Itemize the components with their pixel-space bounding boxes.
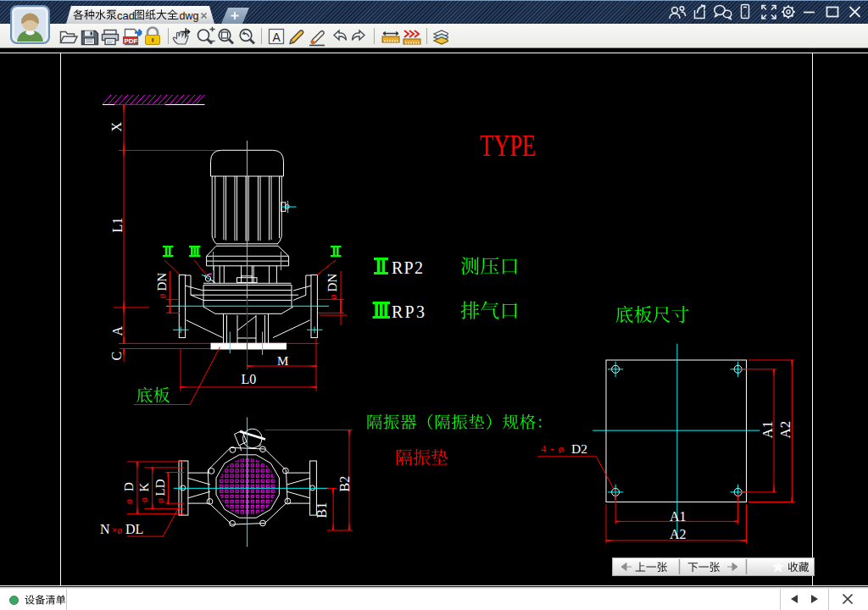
- svg-text:4-ø: 4-ø: [541, 442, 565, 455]
- svg-text:ø: ø: [154, 498, 166, 503]
- svg-text:TYPE: TYPE: [480, 129, 536, 163]
- svg-text:ø: ø: [327, 295, 339, 300]
- svg-text:DL: DL: [125, 522, 143, 536]
- svg-text:×ø: ×ø: [112, 524, 123, 536]
- svg-text:LD: LD: [153, 479, 167, 496]
- svg-text:C: C: [109, 352, 124, 361]
- svg-text:D: D: [122, 482, 136, 491]
- svg-text:A1: A1: [760, 421, 776, 439]
- svg-text:ø: ø: [123, 499, 135, 504]
- svg-text:A: A: [273, 30, 281, 44]
- svg-text:A2: A2: [777, 421, 793, 439]
- svg-text:DN: DN: [326, 274, 339, 292]
- svg-text:D2: D2: [571, 441, 587, 456]
- svg-text:M: M: [277, 354, 288, 368]
- svg-text:X: X: [109, 122, 124, 132]
- svg-text:L0: L0: [242, 372, 257, 386]
- svg-text:RP2: RP2: [392, 258, 423, 277]
- svg-text:PDF: PDF: [125, 37, 138, 45]
- svg-text:L1: L1: [110, 218, 125, 233]
- svg-text:K: K: [137, 483, 151, 492]
- svg-text:N: N: [100, 522, 110, 536]
- svg-text:A: A: [110, 326, 125, 336]
- svg-text:ø: ø: [156, 294, 168, 299]
- svg-text:DN: DN: [155, 273, 169, 291]
- svg-text:B2: B2: [337, 476, 352, 492]
- svg-text:A1: A1: [670, 509, 687, 524]
- svg-text:cad: cad: [117, 9, 135, 22]
- svg-text:A2: A2: [670, 527, 687, 541]
- svg-text:RP3: RP3: [392, 302, 425, 321]
- svg-text:B1: B1: [314, 502, 329, 518]
- svg-text:.dwg: .dwg: [176, 10, 198, 22]
- svg-text:ø: ø: [138, 497, 150, 502]
